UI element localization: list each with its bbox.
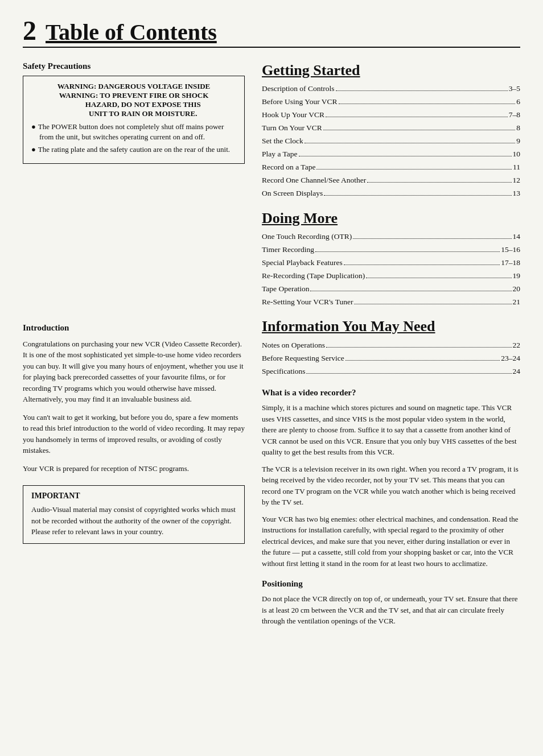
main-layout: Safety Precautions WARNING: DANGEROUS VO… bbox=[23, 61, 520, 633]
toc-item-label: One Touch Recording (OTR) bbox=[262, 230, 352, 243]
toc-dots bbox=[306, 373, 511, 374]
toc-page: 24 bbox=[513, 365, 521, 378]
toc-dots bbox=[324, 195, 511, 196]
toc-item: Re-Recording (Tape Duplication)19 bbox=[262, 270, 520, 283]
warning-header: WARNING: DANGEROUS VOLTAGE INSIDE WARNIN… bbox=[31, 82, 236, 118]
toc-item: Timer Recording15–16 bbox=[262, 243, 520, 257]
toc-item-label: Hook Up Your VCR bbox=[262, 109, 324, 122]
toc-item-label: Record One Channel/See Another bbox=[262, 174, 366, 187]
toc-item: Description of Controls3–5 bbox=[262, 82, 520, 96]
introduction-section: Introduction Congratulations on purchasi… bbox=[23, 323, 245, 544]
what-is-para: Your VCR has two big enemies: other elec… bbox=[262, 514, 520, 569]
toc-page: 8 bbox=[516, 122, 520, 135]
getting-started-items: Description of Controls3–5Before Using Y… bbox=[262, 82, 520, 200]
toc-dots bbox=[354, 304, 511, 304]
toc-dots bbox=[367, 182, 511, 183]
doing-more-title: Doing More bbox=[262, 209, 520, 227]
toc-page: 9 bbox=[516, 135, 520, 148]
toc-item: Play a Tape10 bbox=[262, 148, 520, 161]
toc-item: Record on a Tape11 bbox=[262, 161, 520, 174]
page-header: 2 Table of Contents bbox=[23, 17, 520, 48]
toc-item-label: Turn On Your VCR bbox=[262, 122, 322, 135]
toc-item: Special Playback Features17–18 bbox=[262, 257, 520, 270]
right-column: Getting Started Description of Controls3… bbox=[262, 61, 520, 633]
toc-page: 23–24 bbox=[501, 352, 520, 365]
toc-dots bbox=[315, 251, 500, 252]
toc-item: Before Requesting Service23–24 bbox=[262, 352, 520, 365]
toc-item: Re-Setting Your VCR's Tuner21 bbox=[262, 296, 520, 309]
warning-box: WARNING: DANGEROUS VOLTAGE INSIDE WARNIN… bbox=[23, 76, 245, 164]
toc-item: Tape Operation20 bbox=[262, 283, 520, 296]
what-is-section: What is a video recorder? Simply, it is … bbox=[262, 388, 520, 569]
important-box: IMPORTANT Audio-Visual material may cons… bbox=[23, 485, 245, 544]
doing-more-section: Doing More One Touch Recording (OTR)14Ti… bbox=[262, 209, 520, 309]
getting-started-title: Getting Started bbox=[262, 61, 520, 79]
toc-page: 3–5 bbox=[509, 82, 520, 96]
toc-item: Turn On Your VCR8 bbox=[262, 122, 520, 135]
toc-page: 22 bbox=[513, 339, 521, 352]
toc-item-label: Before Using Your VCR bbox=[262, 96, 338, 109]
intro-para-2: You can't wait to get it working, but be… bbox=[23, 412, 245, 456]
toc-dots bbox=[344, 265, 500, 265]
toc-page: 21 bbox=[513, 296, 521, 309]
what-is-para: Simply, it is a machine which stores pic… bbox=[262, 402, 520, 458]
page-title: Table of Contents bbox=[46, 21, 217, 44]
toc-item-label: Specifications bbox=[262, 365, 305, 378]
toc-item: Notes on Operations22 bbox=[262, 339, 520, 352]
important-title: IMPORTANT bbox=[31, 491, 236, 501]
toc-page: 10 bbox=[513, 148, 521, 161]
toc-item-label: Notes on Operations bbox=[262, 339, 325, 352]
toc-item-label: Play a Tape bbox=[262, 148, 298, 161]
toc-item: Record One Channel/See Another12 bbox=[262, 174, 520, 187]
warning-item: The POWER button does not completely shu… bbox=[31, 122, 236, 142]
page-number: 2 bbox=[23, 17, 36, 44]
toc-item: Hook Up Your VCR7–8 bbox=[262, 109, 520, 122]
toc-item-label: On Screen Displays bbox=[262, 187, 323, 200]
left-column: Safety Precautions WARNING: DANGEROUS VO… bbox=[23, 61, 245, 633]
toc-page: 11 bbox=[513, 161, 520, 174]
information-title: Information You May Need bbox=[262, 317, 520, 335]
doing-more-items: One Touch Recording (OTR)14Timer Recordi… bbox=[262, 230, 520, 309]
toc-item: Before Using Your VCR6 bbox=[262, 96, 520, 109]
toc-page: 15–16 bbox=[501, 243, 520, 257]
what-is-para: The VCR is a television receiver in its … bbox=[262, 464, 520, 508]
toc-page: 6 bbox=[516, 96, 520, 109]
safety-title: Safety Precautions bbox=[23, 61, 245, 71]
toc-page: 17–18 bbox=[501, 257, 520, 270]
toc-page: 14 bbox=[513, 230, 521, 243]
toc-item-label: Re-Recording (Tape Duplication) bbox=[262, 270, 365, 283]
toc-page: 12 bbox=[513, 174, 521, 187]
toc-dots bbox=[323, 130, 515, 130]
getting-started-section: Getting Started Description of Controls3… bbox=[262, 61, 520, 200]
toc-item: Specifications24 bbox=[262, 365, 520, 378]
toc-item-label: Record on a Tape bbox=[262, 161, 315, 174]
toc-dots bbox=[353, 238, 511, 239]
toc-item-label: Special Playback Features bbox=[262, 257, 343, 270]
what-is-paragraphs: Simply, it is a machine which stores pic… bbox=[262, 402, 520, 569]
toc-item-label: Before Requesting Service bbox=[262, 352, 344, 365]
positioning-text: Do not place the VCR directly on top of,… bbox=[262, 593, 520, 627]
toc-dots bbox=[326, 347, 512, 348]
toc-dots bbox=[310, 291, 511, 291]
introduction-title: Introduction bbox=[23, 323, 245, 333]
toc-dots bbox=[339, 104, 516, 104]
toc-dots bbox=[345, 360, 500, 361]
toc-item: Set the Clock9 bbox=[262, 135, 520, 148]
toc-dots bbox=[299, 156, 512, 156]
toc-dots bbox=[326, 117, 508, 117]
toc-item-label: Timer Recording bbox=[262, 243, 314, 257]
toc-item: On Screen Displays13 bbox=[262, 187, 520, 200]
toc-page: 20 bbox=[513, 283, 521, 296]
warning-list: The POWER button does not completely shu… bbox=[31, 122, 236, 155]
toc-page: 7–8 bbox=[509, 109, 520, 122]
toc-item-label: Tape Operation bbox=[262, 283, 309, 296]
information-section: Information You May Need Notes on Operat… bbox=[262, 317, 520, 378]
toc-page: 19 bbox=[513, 270, 521, 283]
positioning-title: Positioning bbox=[262, 579, 520, 589]
important-text: Audio-Visual material may consist of cop… bbox=[31, 504, 236, 538]
toc-item-label: Description of Controls bbox=[262, 82, 335, 96]
positioning-section: Positioning Do not place the VCR directl… bbox=[262, 579, 520, 627]
intro-para-1: Congratulations on purchasing your new V… bbox=[23, 338, 245, 405]
toc-dots bbox=[305, 143, 516, 143]
toc-dots bbox=[316, 169, 512, 170]
